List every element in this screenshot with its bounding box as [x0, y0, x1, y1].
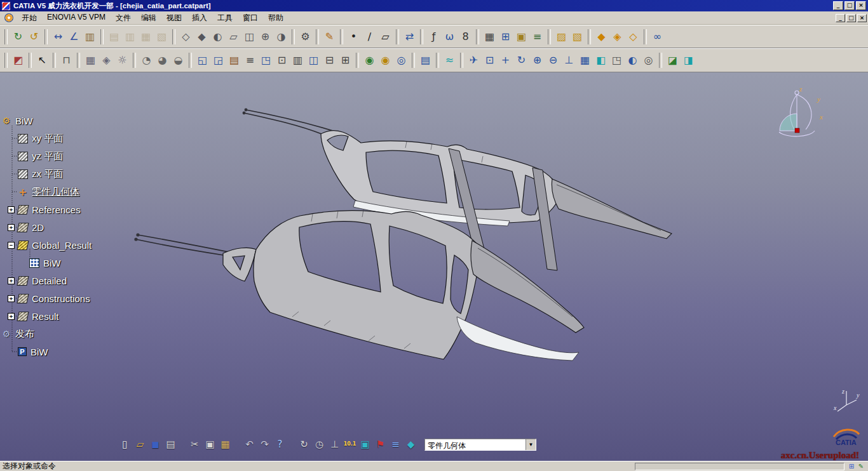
catalog-icon-2[interactable]: ▧	[569, 29, 585, 44]
doc-minimize-button[interactable]: _	[836, 14, 845, 22]
tree-item-label[interactable]: References	[32, 204, 81, 215]
exchange-icon[interactable]: ⇄	[402, 29, 417, 44]
paint-icon[interactable]: ≈	[442, 53, 458, 69]
close-button[interactable]: ×	[856, 1, 866, 10]
combo-dropdown-button[interactable]: ▼	[526, 439, 536, 450]
zoom-in-icon[interactable]: ⊕	[529, 53, 545, 69]
tree-item[interactable]: − Global_Result	[1, 236, 154, 254]
page-setup-icon[interactable]: ⊡	[274, 53, 290, 69]
tree-item-label[interactable]: 零件几何体	[32, 186, 79, 198]
tree-item-label[interactable]: 2D	[32, 222, 44, 233]
menu-item[interactable]: 帮助	[263, 11, 288, 25]
open-folder-icon[interactable]: ▱	[133, 438, 147, 451]
frame-icon[interactable]: ⊞	[337, 53, 353, 69]
whats-this-icon[interactable]: ?	[273, 438, 287, 451]
new-file-icon[interactable]: ▯	[118, 438, 132, 451]
fill-surface-icon[interactable]: ⊕	[257, 29, 273, 44]
publish-globe-icon[interactable]: ◎	[393, 53, 409, 69]
browser-globe-icon[interactable]: ◉	[362, 53, 377, 69]
library-icon-2[interactable]: ▥	[122, 29, 138, 44]
powercopy-icon[interactable]: ◩	[10, 53, 26, 69]
axis-system-icon[interactable]: ⊥	[328, 438, 341, 451]
shading-icon[interactable]: ◧	[593, 53, 609, 69]
tree-item[interactable]: + Result	[1, 307, 154, 325]
status-pen-icon[interactable]: ✎	[857, 462, 865, 470]
snap-dim-icon[interactable]: 10.1	[343, 438, 356, 451]
search-globe-icon[interactable]: ◉	[377, 53, 393, 69]
catalog-icon-1[interactable]: ▨	[553, 29, 569, 44]
library-icon-4[interactable]: ▧	[154, 29, 170, 44]
library-icon-3[interactable]: ▦	[138, 29, 154, 44]
snap-icon[interactable]: ◈	[98, 53, 114, 69]
tree-item-label[interactable]: Result	[32, 311, 59, 322]
pan-icon[interactable]: +	[498, 53, 513, 69]
toggle-swap-icon[interactable]: ◪	[665, 53, 681, 69]
overlay-icon[interactable]: ⊟	[322, 53, 337, 69]
tree-item[interactable]: + Constructions	[1, 289, 154, 307]
hide-show-icon[interactable]: ◐	[625, 53, 641, 69]
fly-mode-icon[interactable]: ✈	[466, 53, 482, 69]
tree-expander-icon[interactable]: +	[8, 277, 15, 284]
cascade-icon[interactable]: ◫	[306, 53, 322, 69]
viewport-3d[interactable]: BiW xy 平面 yz 平面	[0, 72, 868, 461]
mask-icon-1[interactable]: ◔	[139, 53, 154, 69]
toggle-visible-icon[interactable]: ◨	[681, 53, 696, 69]
library-icon-1[interactable]: ▤	[106, 29, 122, 44]
revolve-surface-icon[interactable]: ◆	[194, 29, 210, 44]
work-support-icon[interactable]: ☼	[114, 53, 130, 69]
transfer-icon[interactable]: ⊞	[498, 29, 513, 44]
tree-item[interactable]: 发布	[1, 325, 154, 343]
list-icon[interactable]: ≡	[389, 438, 402, 451]
tree-item-label[interactable]: BiW	[43, 258, 61, 269]
tree-item-label[interactable]: Detailed	[32, 275, 67, 286]
lock-icon[interactable]: ▣	[513, 29, 529, 44]
menu-item[interactable]: ENOVIA V5 VPM	[42, 11, 111, 25]
tree-expander-icon[interactable]: +	[8, 224, 15, 231]
rules-icon[interactable]: ≡	[529, 29, 545, 44]
gear-icon[interactable]: ⚙	[297, 29, 313, 44]
update-icon[interactable]: ↻	[10, 29, 26, 44]
menu-item[interactable]: 开始	[17, 11, 42, 25]
paste-icon[interactable]: ▦	[219, 438, 232, 451]
window-icon[interactable]: ◱	[194, 53, 210, 69]
measure-between-icon[interactable]: ↔	[50, 29, 66, 44]
clock-icon[interactable]: ◷	[313, 438, 326, 451]
flag-icon[interactable]: ⚑	[374, 438, 387, 451]
line-icon[interactable]: ∕	[362, 29, 377, 44]
tree-expander-icon[interactable]: +	[8, 295, 15, 302]
menu-item[interactable]: 视图	[161, 11, 187, 25]
tree-item-label[interactable]: Constructions	[32, 293, 90, 304]
layers-icon[interactable]: ▤	[417, 53, 433, 69]
mask-icon-3[interactable]: ◒	[170, 53, 186, 69]
tree-item-label[interactable]: yz 平面	[32, 150, 63, 163]
normal-view-icon[interactable]: ⊥	[561, 53, 577, 69]
measure-gold-icon[interactable]: ◈	[609, 29, 625, 44]
sphere-surface-icon[interactable]: ◐	[210, 29, 226, 44]
undo-icon[interactable]: ↶	[243, 438, 256, 451]
diamond-icon[interactable]: ◆	[404, 438, 417, 451]
tree-item[interactable]: BiW	[1, 254, 154, 272]
formula-icon[interactable]: ƒ	[426, 29, 442, 44]
knowledge-icon[interactable]: ω	[442, 29, 458, 44]
layer-filter-icon[interactable]: ≡	[242, 53, 258, 69]
tree-item[interactable]: + 2D	[1, 218, 154, 236]
tile-window-icon[interactable]: ◲	[210, 53, 226, 69]
tree-item[interactable]: 零件几何体	[1, 183, 154, 201]
view-mode-icon[interactable]: ◎	[641, 53, 656, 69]
blend-surface-icon[interactable]: ◑	[273, 29, 289, 44]
tree-item[interactable]: BiW	[1, 343, 154, 361]
print-icon[interactable]: ▤	[164, 438, 177, 451]
book-icon[interactable]: ▤	[226, 53, 242, 69]
grid-icon[interactable]: ▦	[83, 53, 98, 69]
tree-item-label[interactable]: BiW	[31, 347, 48, 357]
tree-item-label[interactable]: 发布	[15, 328, 34, 340]
save-icon[interactable]: ◼	[149, 438, 162, 451]
select-icon[interactable]: ↖	[34, 53, 50, 69]
tree-expander-icon[interactable]: −	[8, 242, 15, 249]
tree-item-label[interactable]: BiW	[15, 116, 33, 126]
extrude-surface-icon[interactable]: ◇	[178, 29, 194, 44]
plane-icon[interactable]: ▱	[377, 29, 393, 44]
clamp-icon[interactable]: ⊓	[58, 53, 74, 69]
doc-window-icon[interactable]: ▥	[290, 53, 306, 69]
zoom-out-icon[interactable]: ⊖	[545, 53, 561, 69]
